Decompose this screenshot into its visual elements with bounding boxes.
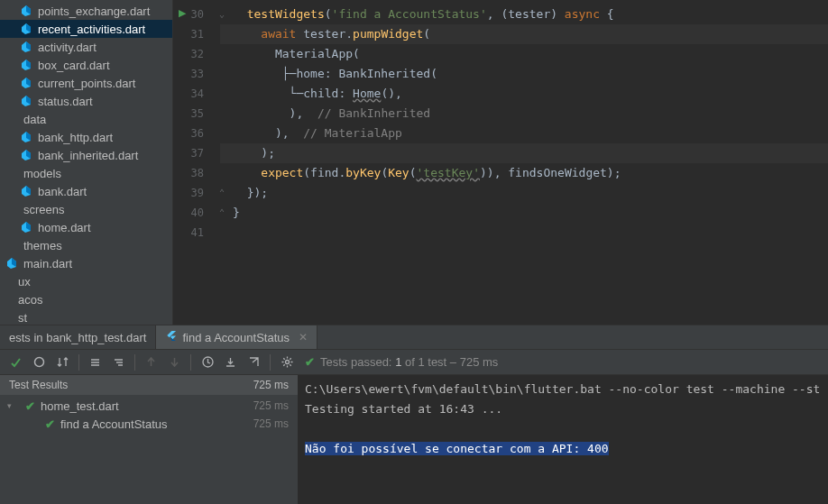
settings-icon[interactable] — [276, 352, 298, 373]
line-number: 31 — [173, 24, 204, 44]
close-icon[interactable]: ✕ — [299, 331, 308, 344]
chevron-down-icon[interactable]: ▾ — [7, 401, 16, 410]
svg-point-2 — [285, 361, 289, 364]
test-results-tree[interactable]: ▾✔home_test.dart725 ms✔find a AccountSta… — [0, 395, 298, 433]
file-item[interactable]: box_card.dart — [0, 56, 172, 74]
code-line[interactable]: └─child: Home(), — [233, 84, 828, 104]
console-line: C:\Users\ewert\fvm\default\bin\flutter.b… — [305, 380, 821, 399]
test-status-summary: ✔ Tests passed: 1 of 1 test – 725 ms — [298, 355, 498, 369]
code-line[interactable]: } — [233, 203, 828, 223]
dart-file-icon — [20, 5, 32, 17]
prev-failed-icon[interactable] — [141, 352, 162, 373]
file-item[interactable]: activity.dart — [0, 38, 172, 56]
file-label: ux — [18, 275, 31, 289]
file-label: bank.dart — [38, 185, 87, 198]
test-result-row[interactable]: ✔find a AccountStatus725 ms — [0, 415, 298, 433]
folder-icon — [5, 239, 18, 252]
line-number: 41 — [173, 223, 204, 243]
expand-all-icon[interactable] — [85, 352, 106, 373]
file-label: box_card.dart — [38, 59, 110, 72]
run-tab[interactable]: ests in bank_http_test.dart — [0, 325, 156, 349]
project-sidebar: points_exchange.dartrecent_activities.da… — [0, 0, 173, 325]
run-tab[interactable]: find a AccountStatus✕ — [156, 325, 317, 349]
file-label: current_points.dart — [38, 77, 135, 90]
dart-file-icon — [20, 23, 32, 35]
file-item[interactable]: main.dart — [0, 254, 172, 272]
folder-icon — [0, 275, 13, 288]
file-item[interactable]: bank.dart — [0, 182, 172, 200]
test-duration: 725 ms — [253, 399, 289, 412]
collapse-all-icon[interactable] — [108, 352, 130, 373]
code-line[interactable]: ), // MaterialApp — [233, 124, 828, 143]
test-history-icon[interactable] — [197, 352, 218, 373]
dart-file-icon — [20, 95, 32, 107]
flutter-icon — [165, 330, 177, 344]
file-item[interactable]: status.dart — [0, 92, 172, 110]
code-line[interactable]: MaterialApp( — [233, 44, 828, 64]
file-label: bank_http.dart — [38, 131, 113, 144]
pass-icon: ✔ — [45, 417, 55, 431]
sort-icon[interactable] — [51, 352, 73, 373]
test-console[interactable]: C:\Users\ewert\fvm\default\bin\flutter.b… — [298, 375, 828, 504]
code-line[interactable]: ); — [233, 143, 828, 163]
code-line[interactable]: testWidgets('find a AccountStatus', (tes… — [233, 5, 828, 24]
test-toolbar: ✔ Tests passed: 1 of 1 test – 725 ms — [0, 350, 828, 375]
file-item[interactable]: home.dart — [0, 218, 172, 236]
file-item[interactable]: current_points.dart — [0, 74, 172, 92]
dart-file-icon — [20, 41, 32, 53]
code-line[interactable]: ), // BankInherited — [233, 104, 828, 124]
file-item[interactable]: bank_http.dart — [0, 128, 172, 146]
folder-item[interactable]: acos — [0, 290, 172, 308]
dart-file-icon — [20, 221, 32, 234]
file-label: st — [18, 311, 27, 325]
code-line[interactable]: ├─home: BankInherited( — [233, 64, 828, 84]
file-item[interactable]: points_exchange.dart — [0, 2, 172, 20]
file-label: recent_activities.dart — [38, 23, 145, 36]
code-editor[interactable]: ▶ 303132333435363738394041 ⌄⌃⌃ testWidge… — [173, 0, 828, 325]
file-label: bank_inherited.dart — [38, 149, 138, 162]
test-results-header[interactable]: Test Results 725 ms — [0, 375, 298, 395]
filter-ignored-icon[interactable] — [29, 352, 51, 373]
file-label: main.dart — [23, 257, 72, 270]
code-area[interactable]: testWidgets('find a AccountStatus', (tes… — [220, 0, 828, 325]
folder-item[interactable]: themes — [0, 236, 172, 254]
next-failed-icon[interactable] — [164, 352, 186, 373]
line-number: 37 — [173, 143, 204, 163]
export-tests-icon[interactable] — [244, 352, 265, 373]
line-number: 30 — [173, 5, 204, 24]
code-line[interactable]: expect(find.byKey(Key('testKey')), finds… — [233, 163, 828, 183]
test-duration: 725 ms — [253, 417, 289, 430]
line-number: 32 — [173, 44, 204, 64]
file-item[interactable]: recent_activities.dart — [0, 20, 172, 38]
test-name: home_test.dart — [41, 399, 119, 413]
file-label: home.dart — [38, 221, 91, 234]
test-result-row[interactable]: ▾✔home_test.dart725 ms — [0, 397, 298, 415]
test-results-panel: Test Results 725 ms ▾✔home_test.dart725 … — [0, 375, 298, 504]
tab-label: ests in bank_http_test.dart — [9, 331, 146, 344]
line-number: 38 — [173, 163, 204, 183]
folder-item[interactable]: data — [0, 110, 172, 128]
folder-icon — [5, 113, 18, 125]
line-number: 33 — [173, 64, 204, 84]
file-label: activity.dart — [38, 41, 97, 54]
code-line[interactable] — [233, 223, 828, 243]
file-tree[interactable]: points_exchange.dartrecent_activities.da… — [0, 0, 172, 325]
line-number: 35 — [173, 104, 204, 124]
filter-passed-icon[interactable] — [5, 352, 27, 373]
console-line: Não foi possível se conectar com a API: … — [305, 439, 821, 459]
folder-item[interactable]: ux — [0, 272, 172, 290]
file-label: data — [23, 113, 46, 126]
test-results-title: Test Results — [9, 379, 68, 391]
line-number: 34 — [173, 84, 204, 104]
folder-item[interactable]: screens — [0, 200, 172, 218]
folder-item[interactable]: models — [0, 164, 172, 182]
code-line[interactable]: }); — [233, 183, 828, 203]
test-results-time: 725 ms — [253, 379, 289, 391]
tests-passed-label: Tests passed: — [320, 355, 392, 369]
code-line[interactable]: await tester.pumpWidget( — [233, 24, 828, 44]
import-tests-icon[interactable] — [220, 352, 242, 373]
file-item[interactable]: bank_inherited.dart — [0, 146, 172, 164]
line-number-gutter: 303132333435363738394041 — [173, 0, 220, 325]
folder-item[interactable]: st — [0, 308, 172, 325]
folder-icon — [0, 293, 13, 306]
